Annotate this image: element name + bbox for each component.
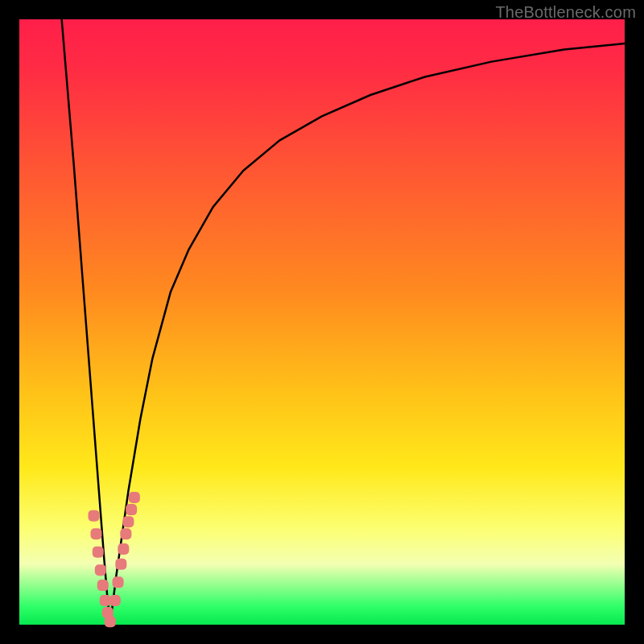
marker-point [109,595,121,606]
marker-point [122,516,134,527]
marker-point [93,547,104,558]
attribution-text: TheBottleneck.com [495,3,636,22]
marker-point [89,510,100,522]
plot-area [19,19,625,625]
marker-point [118,543,129,555]
marker-point [113,576,124,588]
marker-point [105,616,116,627]
marker-point [126,504,137,515]
marker-point [129,492,140,503]
marker-point [120,528,131,539]
marker-point [97,580,109,591]
chart-svg [19,19,625,625]
curve-right-arm [110,43,625,625]
marker-point [115,559,126,570]
chart-frame: TheBottleneck.com [0,0,644,644]
marker-point [100,595,111,606]
marker-point [95,564,106,576]
curve-left-arm [62,19,110,625]
marker-point [91,528,102,539]
